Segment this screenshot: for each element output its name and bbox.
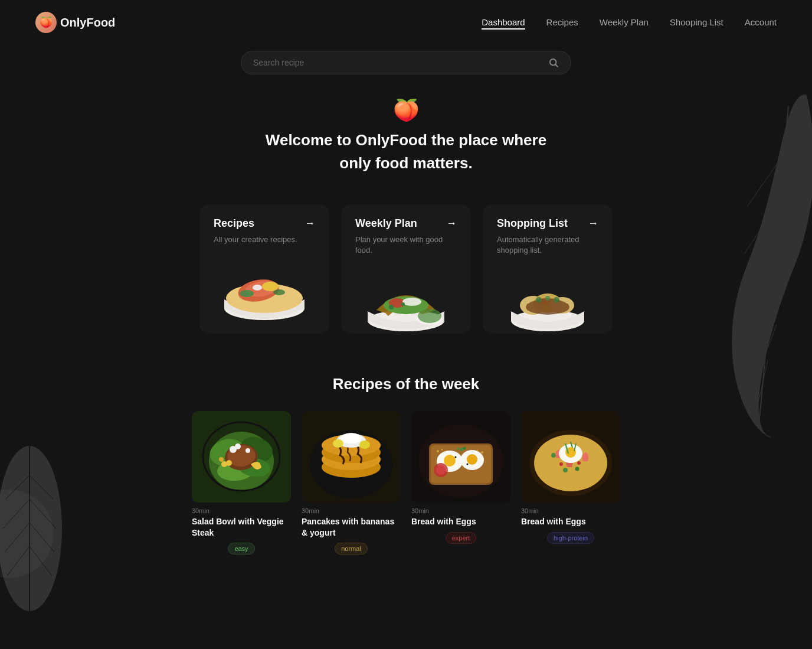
arrow-icon-shopping-list: → [588,217,598,230]
feature-card-recipes[interactable]: Recipes → All your creative recipes. [199,204,329,334]
recipe-card-4[interactable]: 30min Bread with Eggs high-protein [521,411,620,554]
svg-point-27 [253,285,262,291]
svg-point-24 [240,290,254,297]
svg-point-57 [245,448,250,453]
welcome-section: 🍑 Welcome to OnlyFood the place where on… [35,98,777,175]
welcome-title: Welcome to OnlyFood the place where only… [35,129,777,175]
recipe-3-name: Bread with Eggs [411,516,510,527]
recipes-food-illustration [217,252,312,323]
recipe-4-time: 30min [521,507,620,514]
nav-account[interactable]: Account [745,17,777,27]
recipe-2-tag: normal [335,543,368,555]
nav-dashboard[interactable]: Dashboard [482,17,525,30]
svg-point-42 [545,296,550,301]
feature-card-shopping-list[interactable]: Shopping List → Automatically generated … [483,204,613,334]
feature-card-weekly-plan-title: Weekly Plan [355,217,417,230]
nav-recipes[interactable]: Recipes [546,17,578,27]
svg-point-80 [477,450,479,452]
svg-point-96 [575,467,579,471]
navigation: 🍑 OnlyFood Dashboard Recipes Weekly Plan… [0,0,812,45]
svg-point-33 [418,309,441,323]
logo-icon: 🍑 [35,12,57,33]
svg-point-77 [437,450,439,452]
recipe-3-time: 30min [411,507,510,514]
svg-point-68 [359,441,370,449]
svg-point-67 [333,439,343,448]
search-bar [241,51,571,74]
search-container [35,51,777,74]
feature-cards: Recipes → All your creative recipes. [35,204,777,334]
svg-point-43 [554,297,559,303]
svg-point-76 [467,454,477,465]
recipe-1-tag: easy [228,543,254,555]
recipe-2-name: Pancakes with bananas & yogurt [302,516,401,537]
recipe-img-3 [411,411,510,503]
svg-point-79 [481,451,483,454]
recipe-cards-grid: 30min Salad Bowl with Veggie Steak easy [35,411,777,554]
svg-point-26 [262,282,279,291]
svg-point-91 [551,453,556,458]
svg-point-53 [226,460,232,466]
recipe-4-tag: high-protein [547,532,594,544]
svg-point-87 [467,464,469,465]
logo-text: OnlyFood [60,16,115,30]
recipes-section-title: Recipes of the week [35,375,777,393]
search-icon [548,57,559,68]
arrow-icon-recipes: → [304,217,315,230]
svg-point-56 [235,443,241,449]
svg-point-66 [340,433,362,443]
arrow-icon-weekly-plan: → [446,217,457,230]
svg-point-85 [457,448,459,450]
nav-links: Dashboard Recipes Weekly Plan Shooping L… [482,17,777,28]
recipe-3-tag: expert [446,532,477,544]
feature-card-weekly-plan[interactable]: Weekly Plan → Plan your week with good f… [341,204,471,334]
feature-card-recipes-title: Recipes [214,217,254,230]
recipe-1-time: 30min [192,507,291,514]
feature-card-recipes-header: Recipes → [214,217,315,230]
recipe-card-1[interactable]: 30min Salad Bowl with Veggie Steak easy [192,411,291,554]
feature-card-shopping-list-title: Shopping List [497,217,568,230]
svg-line-19 [555,64,557,66]
welcome-emoji: 🍑 [35,98,777,123]
svg-point-35 [401,302,405,306]
svg-point-83 [460,448,463,451]
recipe-card-3[interactable]: 30min Bread with Eggs expert [411,411,510,554]
svg-point-41 [536,297,542,303]
svg-point-86 [455,456,457,458]
svg-point-31 [402,298,421,306]
recipe-1-name: Salad Bowl with Veggie Steak [192,516,291,537]
nav-shopping-list[interactable]: Shooping List [670,17,723,27]
main-content: 🍑 Welcome to OnlyFood the place where on… [0,51,812,555]
recipe-img-2 [302,411,401,503]
search-button[interactable] [548,57,559,68]
weekly-plan-food-illustration [359,263,453,334]
feature-card-shopping-list-desc: Automatically generated shopping list. [497,234,598,256]
recipe-2-time: 30min [302,507,401,514]
svg-point-102 [559,462,563,466]
recipe-4-name: Bread with Eggs [521,516,620,527]
search-input[interactable] [253,58,542,67]
svg-point-78 [441,449,443,451]
recipe-card-2[interactable]: 30min Pancakes with bananas & yogurt nor… [302,411,401,554]
svg-point-54 [219,457,224,462]
feature-card-recipes-desc: All your creative recipes. [214,234,315,245]
svg-point-34 [389,305,394,309]
svg-point-82 [436,465,446,475]
svg-point-75 [444,455,456,467]
recipe-img-4 [521,411,620,503]
svg-point-95 [563,468,568,472]
shopping-list-food-illustration [500,263,595,334]
svg-point-84 [463,447,466,450]
feature-card-weekly-plan-desc: Plan your week with good food. [355,234,457,256]
logo[interactable]: 🍑 OnlyFood [35,12,115,33]
nav-weekly-plan[interactable]: Weekly Plan [600,17,649,27]
recipes-section: Recipes of the week [35,375,777,554]
feature-card-weekly-plan-header: Weekly Plan → [355,217,457,230]
recipe-img-1 [192,411,291,503]
feature-card-shopping-list-header: Shopping List → [497,217,598,230]
svg-point-103 [577,461,581,465]
